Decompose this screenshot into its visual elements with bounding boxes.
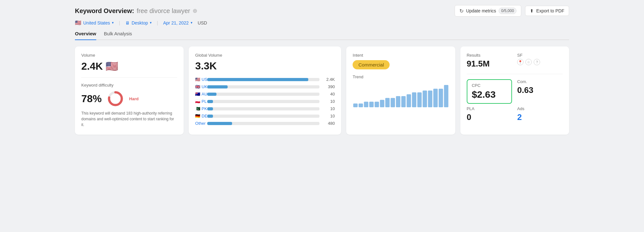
svg-rect-18 [439,89,443,107]
ads-label: Ads [517,106,563,111]
svg-rect-4 [364,102,369,108]
volume-value: 2.4K 🇺🇸 [81,60,177,72]
cpc-label: CPC [472,83,507,88]
svg-rect-2 [353,103,358,107]
trend-chart [353,82,449,107]
svg-rect-8 [385,98,390,107]
pla-item: PLA 0 [467,106,512,122]
svg-rect-10 [396,96,400,107]
add-keyword-icon[interactable]: ⊕ [193,7,197,14]
bar-count: 390 [322,84,335,89]
volume-label: Volume [81,53,177,58]
quota-badge: 0/5,000 [499,8,516,14]
stats-top-grid: Results 91.5M SF 📍 ☆ ? [467,53,563,69]
svg-rect-5 [370,102,374,108]
bar-track [207,78,319,81]
filters-row: 🇺🇸 United States ▾ | 🖥 Desktop ▾ | Apr 2… [75,20,569,26]
export-icon: ⬆ [530,8,534,13]
svg-rect-16 [428,91,433,108]
kd-description: This keyword will demand 183 high-author… [81,110,177,128]
bar-count: 2.4K [322,77,335,82]
country-bar-row: 🇺🇸US 2.4K [195,77,335,82]
results-label: Results [467,53,512,58]
bar-fill [207,93,216,96]
tab-overview[interactable]: Overview [75,31,96,40]
country-filter-button[interactable]: 🇺🇸 United States ▾ [75,20,114,26]
update-metrics-button[interactable]: ↻ Update metrics 0/5,000 [455,5,521,17]
page-title-keyword: Keyword Overview: [75,7,134,15]
bar-fill [207,107,213,110]
filter-separator-1: | [119,20,120,25]
bar-fill [207,115,213,118]
country-label: United States [83,20,110,25]
country-bar-row: 🇵🇰PK 10 [195,106,335,111]
com-item: Com. 0.63 [517,79,563,104]
sf-item: SF 📍 ☆ ? [517,53,563,69]
svg-rect-13 [412,92,416,107]
svg-rect-19 [444,85,449,107]
svg-rect-7 [380,100,384,107]
device-label: Desktop [132,20,148,25]
cpc-value: $2.63 [472,89,507,100]
sf-icons: 📍 ☆ ? [517,59,563,65]
bar-track [207,85,319,88]
us-flag-volume: 🇺🇸 [106,60,118,72]
intent-label: Intent [353,53,449,58]
page-title-query: free divorce lawyer [137,7,190,15]
svg-rect-12 [407,94,411,107]
cpc-item: CPC $2.63 [467,79,512,104]
header: Keyword Overview: free divorce lawyer ⊕ … [75,5,569,17]
results-item: Results 91.5M [467,53,512,69]
bar-fill [207,100,213,103]
other-bar-fill [207,122,232,125]
country-code: 🇵🇰PK [195,106,205,111]
kd-label: Keyword difficulty [81,83,177,88]
bar-count: 10 [322,114,335,118]
other-bar-track [207,122,319,125]
sf-star-icon[interactable]: ☆ [525,59,532,65]
pla-label: PLA [467,106,512,111]
bar-track [207,107,319,110]
device-chevron-icon: ▾ [150,21,152,25]
stats-mid-grid: CPC $2.63 Com. 0.63 [467,79,563,104]
com-value: 0.63 [517,85,563,95]
global-volume-label: Global Volume [195,53,335,58]
intent-badge: Commercial [353,60,390,69]
other-bar-row: Other 480 [195,121,335,126]
cards-row: Volume 2.4K 🇺🇸 Keyword difficulty 78% H [75,46,569,135]
kd-donut [107,90,124,107]
country-code: 🇵🇱PL [195,99,205,104]
stats-divider [467,74,563,74]
bar-track [207,115,319,118]
filter-separator-2: | [157,20,158,25]
global-volume-card: Global Volume 3.3K 🇺🇸US 2.4K 🇬🇧UK 390 🇦🇺… [189,46,341,135]
desktop-icon: 🖥 [125,20,130,25]
currency-label: USD [198,20,207,25]
svg-rect-9 [391,98,395,107]
intent-card: Intent Commercial Trend [346,46,455,135]
svg-rect-14 [417,92,422,107]
svg-rect-11 [401,96,406,107]
date-filter-button[interactable]: Apr 21, 2022 ▾ [163,20,193,25]
volume-card: Volume 2.4K 🇺🇸 Keyword difficulty 78% H [75,46,184,135]
country-bar-row: 🇬🇧UK 390 [195,84,335,89]
other-label: Other [195,121,205,126]
sf-question-icon[interactable]: ? [534,59,540,65]
global-volume-value: 3.3K [195,60,335,72]
country-flag: 🇺🇸 [75,20,81,26]
bar-count: 40 [322,92,335,96]
country-bar-row: 🇵🇱PL 10 [195,99,335,104]
update-metrics-label: Update metrics [466,8,496,13]
ads-value: 2 [517,112,563,122]
global-bar-list: 🇺🇸US 2.4K 🇬🇧UK 390 🇦🇺AU 40 [195,77,335,118]
export-pdf-button[interactable]: ⬆ Export to PDF [525,6,569,16]
tab-bulk-analysis[interactable]: Bulk Analysis [104,31,132,40]
sf-label: SF [517,53,563,58]
sf-location-icon[interactable]: 📍 [517,59,523,65]
bar-track [207,93,319,96]
trend-label: Trend [353,74,449,79]
country-code: 🇺🇸US [195,77,205,82]
svg-rect-17 [433,89,438,107]
country-bar-row: 🇩🇪DE 10 [195,114,335,118]
device-filter-button[interactable]: 🖥 Desktop ▾ [125,20,152,25]
